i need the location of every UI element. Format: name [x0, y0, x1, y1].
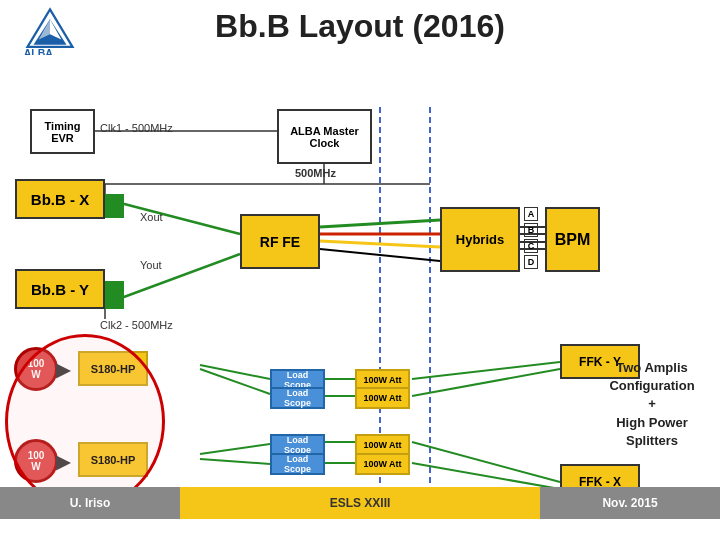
- w100-circle-bottom: 100W: [14, 439, 58, 483]
- svg-line-12: [105, 199, 240, 234]
- svg-line-13: [105, 254, 240, 304]
- abcd-b: B: [524, 223, 538, 237]
- svg-line-17: [320, 249, 440, 261]
- svg-line-22: [200, 365, 270, 379]
- s180-top: S180-HP: [78, 351, 148, 386]
- arrow-bottom: ▶: [56, 451, 70, 473]
- page-title: Bb.B Layout (2016): [215, 8, 505, 45]
- bottom-event: ESLS XXIII: [180, 487, 540, 519]
- svg-rect-34: [104, 194, 124, 208]
- bbb-y-box: Bb.B - Y: [15, 269, 105, 309]
- bbb-y-label: Bb.B - Y: [31, 281, 89, 298]
- rf-fe-label: RF FE: [260, 234, 300, 250]
- yout-label: Yout: [140, 259, 162, 271]
- svg-line-25: [200, 459, 270, 464]
- bottom-bar: U. Iriso ESLS XXIII Nov. 2015: [0, 487, 720, 519]
- alba-clock-label: ALBA MasterClock: [290, 125, 359, 149]
- hybrids-label: Hybrids: [456, 232, 504, 247]
- svg-rect-36: [104, 281, 124, 295]
- att-2: 100W Att: [355, 387, 410, 409]
- clk2-label: Clk2 - 500MHz: [100, 319, 173, 331]
- clk1-label: Clk1 - 500MHz: [100, 122, 173, 134]
- rf-fe-box: RF FE: [240, 214, 320, 269]
- alba-logo: ALBA: [20, 5, 80, 55]
- bpm-label: BPM: [555, 231, 591, 249]
- hybrids-box: Hybrids: [440, 207, 520, 272]
- load-scope-4: Load Scope: [270, 453, 325, 475]
- xout-label: Xout: [140, 211, 163, 223]
- svg-line-30: [412, 362, 560, 379]
- svg-rect-37: [104, 295, 124, 309]
- bbb-x-box: Bb.B - X: [15, 179, 105, 219]
- bpm-box: BPM: [545, 207, 600, 272]
- svg-line-14: [320, 220, 440, 227]
- svg-line-23: [200, 369, 270, 394]
- abcd-d: D: [524, 255, 538, 269]
- svg-rect-35: [104, 204, 124, 218]
- svg-line-16: [320, 241, 440, 247]
- svg-line-32: [412, 442, 560, 482]
- abcd-labels: A B C D: [524, 207, 538, 269]
- att-4: 100W Att: [355, 453, 410, 475]
- s180-bottom: S180-HP: [78, 442, 148, 477]
- arrow-top: ▶: [56, 359, 70, 381]
- bottom-author: U. Iriso: [0, 487, 180, 519]
- load-scope-2: Load Scope: [270, 387, 325, 409]
- right-description: Two Amplis Configuration+High Power Spli…: [592, 359, 712, 450]
- timing-evr-box: TimingEVR: [30, 109, 95, 154]
- abcd-c: C: [524, 239, 538, 253]
- timing-evr-label: TimingEVR: [45, 120, 81, 144]
- alba-clock-box: ALBA MasterClock: [277, 109, 372, 164]
- abcd-a: A: [524, 207, 538, 221]
- svg-line-31: [412, 369, 560, 396]
- svg-line-33: [412, 463, 560, 489]
- bottom-date: Nov. 2015: [540, 487, 720, 519]
- freq-label: 500MHz: [295, 167, 336, 179]
- svg-line-24: [200, 444, 270, 454]
- bbb-x-label: Bb.B - X: [31, 191, 89, 208]
- w100-circle-top: 100W: [14, 347, 58, 391]
